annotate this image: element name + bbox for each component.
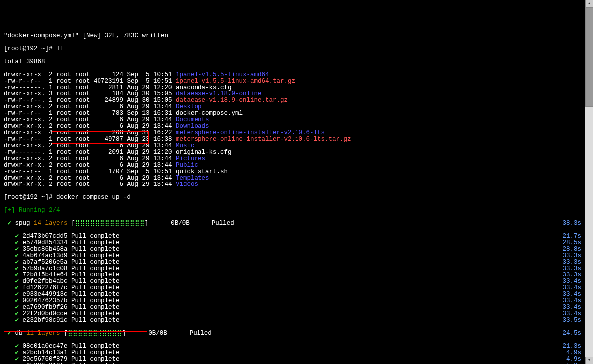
file-row: drwxr-xr-x. 2 root root 6 Aug 29 13:44 V… <box>4 182 589 188</box>
vim-status: "docker-compose.yml" [New] 32L, 783C wri… <box>4 33 589 39</box>
spug-header: ✔ spug 14 layers [⣿⣿⣿⣿⣿⣿⣿⣿⣿⣿⣿⣿⣿⣿] 0B/0B … <box>4 220 589 227</box>
layer-row: ✔ e232bf98c91c Pull complete33.5s <box>4 317 589 324</box>
scroll-down-button[interactable]: ▾ <box>585 357 593 364</box>
terminal[interactable]: "docker-compose.yml" [New] 32L, 783C wri… <box>0 26 593 364</box>
running-header: [+] Running 2/4 <box>4 207 589 214</box>
prompt-compose: [root@192 ~]# docker compose up -d <box>4 194 589 201</box>
scrollbar-thumb[interactable] <box>585 7 593 107</box>
total-line: total 39868 <box>4 59 589 65</box>
scroll-up-button[interactable]: ▴ <box>585 0 593 7</box>
prompt-ll: [root@192 ~]# ll <box>4 46 589 52</box>
db-header: ✔ db 11 layers [⣿⣿⣿⣿⣿⣿⣿⣿⣿⣿⣿] 0B/0B Pulle… <box>4 330 589 337</box>
